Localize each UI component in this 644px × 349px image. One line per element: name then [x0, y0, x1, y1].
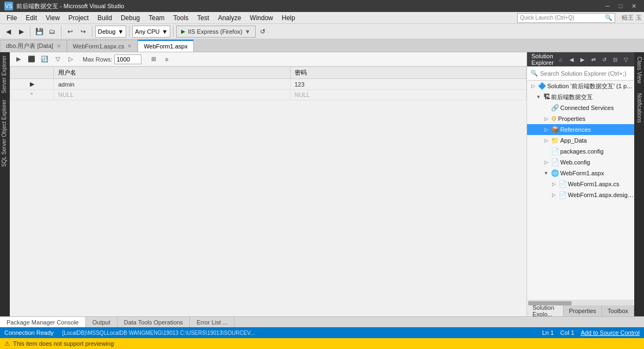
menu-view[interactable]: View	[41, 13, 64, 23]
platform-dropdown[interactable]: Any CPU ▼	[132, 26, 170, 38]
warning-icon: ⚠	[4, 340, 10, 347]
project-icon: 🏗	[543, 93, 550, 101]
menu-help[interactable]: Help	[277, 13, 300, 23]
maximize-button[interactable]: □	[615, 0, 627, 12]
solution-explorer-search[interactable]: 🔍	[527, 66, 634, 81]
menu-analyze[interactable]: Analyze	[214, 13, 246, 23]
quick-launch-text: Quick Launch (Ctrl+Q)	[520, 15, 605, 21]
document-tabs: dbo.用户表 [Data] ✕ WebForm1.aspx.cs ✕ WebF…	[0, 39, 644, 52]
se-forward-btn[interactable]: ▶	[578, 54, 587, 64]
toolbar-filter[interactable]: ▽	[52, 54, 63, 65]
tree-references[interactable]: ▷ 📦 References	[527, 124, 634, 135]
solution-explorer-header: Solution Explorer ⌂ ◀ ▶ ⇄ ↺ ⊟ ▽ ⚙ 📌 ✕	[527, 52, 634, 66]
menu-debug[interactable]: Debug	[116, 13, 144, 23]
run-dropdown-arrow: ▼	[245, 28, 251, 35]
cell-username-2[interactable]: NULL	[54, 90, 290, 100]
references-icon: 📦	[551, 126, 559, 133]
se-refresh-btn[interactable]: ↺	[599, 54, 609, 64]
debug-mode-dropdown[interactable]: Debug ▼	[95, 26, 126, 38]
tab-error-list[interactable]: Error List ...	[190, 317, 234, 328]
menu-edit[interactable]: Edit	[21, 13, 41, 23]
tree-web-config[interactable]: ▷ 📄 Web.config	[527, 157, 634, 168]
toolbar-save[interactable]: 💾	[33, 26, 45, 38]
tree-webform1-cs[interactable]: ▷ 📄 WebForm1.aspx.cs	[527, 179, 634, 189]
tab-aspx-cs-close[interactable]: ✕	[127, 43, 132, 49]
toolbar-forward[interactable]: ▶	[15, 26, 27, 38]
se-tab-toolbox[interactable]: Toolbox	[602, 305, 634, 316]
toolbar-next-row[interactable]: ▷	[65, 54, 76, 65]
se-tab-solution-explorer[interactable]: Solution Explo...	[527, 305, 564, 316]
toolbar-sql-view[interactable]: ≡	[161, 54, 172, 65]
se-sync-btn[interactable]: ⇄	[589, 54, 598, 64]
cell-username-1[interactable]: admin	[54, 79, 290, 90]
tree-solution[interactable]: ▷ 🔷 Solution '前后端数据交互' (1 project)	[527, 81, 634, 91]
tab-package-manager[interactable]: Package Manager Console	[0, 317, 86, 328]
notifications-tab[interactable]: Notifications	[635, 89, 643, 127]
tree-connected-services[interactable]: 🔗 Connected Services	[527, 102, 634, 113]
max-rows-input[interactable]	[114, 54, 141, 64]
menu-build[interactable]: Build	[93, 13, 116, 23]
menu-project[interactable]: Project	[64, 13, 93, 23]
cell-password-2[interactable]: NULL	[290, 90, 527, 100]
toolbar-back[interactable]: ◀	[2, 26, 14, 38]
se-back-btn[interactable]: ◀	[567, 54, 577, 64]
tab-data-tools[interactable]: Data Tools Operations	[117, 317, 190, 328]
menu-tools[interactable]: Tools	[169, 13, 193, 23]
tree-properties[interactable]: ▷ ⚙ Properties	[527, 113, 634, 124]
solution-explorer-search-input[interactable]	[540, 70, 631, 77]
menu-team[interactable]: Team	[144, 13, 169, 23]
se-collapse-btn[interactable]: ⊟	[610, 54, 620, 64]
toolbar-grid-view[interactable]: ⊞	[148, 54, 159, 65]
toolbar-save-all[interactable]: 🗂	[46, 26, 58, 38]
solution-expand-icon: ▷	[529, 83, 537, 89]
toolbar-redo[interactable]: ↪	[77, 26, 89, 38]
se-tab-properties[interactable]: Properties	[564, 305, 602, 316]
menu-right: Quick Launch (Ctrl+Q) 🔍 鲢王 玉	[517, 13, 642, 23]
tab-aspx-cs[interactable]: WebForm1.aspx.cs ✕	[67, 40, 138, 52]
solution-explorer-tree: ▷ 🔷 Solution '前后端数据交互' (1 project) ▼ 🏗 前…	[527, 81, 634, 300]
right-vertical-tabs: Class View Notifications	[634, 52, 644, 316]
se-filter-btn[interactable]: ▽	[621, 54, 631, 64]
run-button[interactable]: ▶ IIS Express (Firefox) ▼	[176, 26, 255, 38]
tree-webform1-designer[interactable]: ▷ 📄 WebForm1.aspx.designer.c	[527, 189, 634, 200]
tree-webform1-aspx[interactable]: ▼ 🌐 WebForm1.aspx	[527, 168, 634, 179]
toolbar-extra[interactable]: ↺	[257, 26, 269, 38]
close-button[interactable]: ✕	[628, 0, 640, 12]
app-data-label: App_Data	[560, 137, 587, 144]
solution-explorer-panel: Solution Explorer ⌂ ◀ ▶ ⇄ ↺ ⊟ ▽ ⚙ 📌 ✕ 🔍	[527, 52, 634, 316]
minimize-button[interactable]: ─	[602, 0, 614, 12]
row-indicator-header	[10, 67, 54, 79]
toolbar-execute[interactable]: ▶	[13, 54, 24, 65]
toolbar-sep2	[61, 26, 61, 37]
status-right: Ln 1 Col 1 Add to Source Control	[542, 329, 640, 336]
se-home-btn[interactable]: ⌂	[556, 54, 566, 64]
properties-expand: ▷	[542, 116, 550, 121]
toolbar-sep5	[173, 26, 174, 37]
tab-data-close[interactable]: ✕	[57, 43, 61, 49]
web-config-label: Web.config	[560, 159, 590, 166]
toolbar-undo[interactable]: ↩	[64, 26, 76, 38]
menu-window[interactable]: Window	[245, 13, 277, 23]
sidebar-sql-explorer[interactable]: SQL Server Object Explorer	[0, 96, 10, 170]
tree-packages-config[interactable]: 📄 packages.config	[527, 146, 634, 157]
menu-file[interactable]: File	[2, 13, 21, 23]
tab-aspx[interactable]: WebForm1.aspx	[138, 40, 194, 52]
toolbar-stop[interactable]: ⬛	[26, 54, 37, 65]
add-source-control[interactable]: Add to Source Control	[581, 329, 640, 336]
class-view-tab[interactable]: Class View	[635, 52, 643, 88]
tab-output[interactable]: Output	[86, 317, 117, 328]
properties-icon: ⚙	[551, 115, 557, 123]
quick-launch[interactable]: Quick Launch (Ctrl+Q) 🔍	[517, 13, 615, 23]
menu-test[interactable]: Test	[193, 13, 214, 23]
webform1-designer-label: WebForm1.aspx.designer.c	[568, 192, 634, 198]
toolbar-refresh[interactable]: 🔃	[39, 54, 50, 65]
app-data-icon: 📁	[551, 137, 559, 144]
tab-data[interactable]: dbo.用户表 [Data] ✕	[0, 40, 67, 52]
sidebar-server-explorer[interactable]: Server Explorer	[0, 52, 10, 96]
tree-app-data[interactable]: ▷ 📁 App_Data	[527, 135, 634, 146]
web-config-expand: ▷	[542, 160, 550, 165]
cell-password-1[interactable]: 123	[290, 79, 527, 90]
row-new-indicator: *	[10, 90, 54, 100]
tree-project[interactable]: ▼ 🏗 前后端数据交互	[527, 91, 634, 102]
webform1-expand: ▼	[542, 170, 550, 176]
